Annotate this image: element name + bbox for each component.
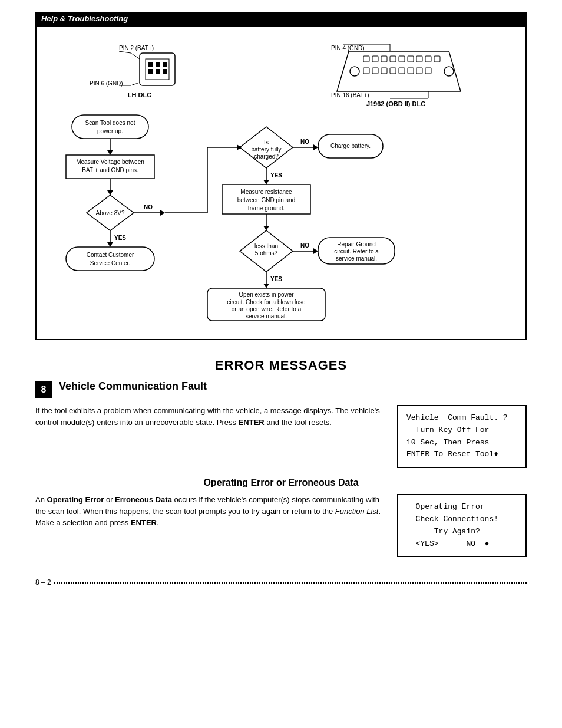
svg-marker-62 [313,248,318,254]
svg-marker-51 [237,144,242,150]
oe-body3: . [157,518,159,527]
svg-rect-2 [148,62,153,67]
j1962-dlc-label: J1962 (OBD II) DLC [366,100,425,107]
svg-rect-6 [156,69,160,74]
node-contact-customer-2: Service Center. [90,260,130,266]
label-no-right: NO [300,139,309,145]
label-yes-right: YES [270,172,282,179]
svg-rect-29 [416,68,422,74]
lh-dlc-label: LH DLC [128,91,151,98]
flowchart-svg: PIN 2 (BAT+) PIN 6 (GND) LH DLC PIN 4 (G… [48,38,531,327]
node-battery-q3: charged? [254,153,279,160]
section-number-badge: 8 [35,381,52,398]
svg-marker-56 [263,180,269,185]
oe-term2: Erroneous Data [115,495,172,504]
vehicle-comm-content: If the tool exhibits a problem when comm… [35,405,527,468]
operating-error-title: Operating Error or Erroneous Data [35,477,527,488]
node-measure-res-1: Measure resistance [240,189,292,195]
error-messages-title: ERROR MESSAGES [35,358,527,373]
node-5ohms-2: 5 ohms? [255,250,278,256]
page-footer: 8 – 2 [35,575,527,587]
svg-rect-27 [399,68,405,74]
svg-rect-30 [425,68,431,74]
svg-rect-35 [72,115,148,139]
svg-marker-45 [107,242,113,247]
node-repair-ground-3: service manual. [336,255,377,262]
vehicle-comm-screen: Vehicle Comm Fault. ? Turn Key Off For 1… [397,405,527,468]
node-measure-voltage-2: BAT + and GND pins. [82,167,138,173]
diagram-box: PIN 2 (BAT+) PIN 6 (GND) LH DLC PIN 4 (G… [35,25,527,340]
node-repair-ground-1: Repair Ground [337,241,376,248]
oe-italic1: Function List [335,507,379,516]
node-charge-battery: Charge battery. [330,143,371,149]
svg-rect-4 [163,62,167,67]
svg-rect-16 [381,56,387,62]
oe-term1: Operating Error [47,495,104,504]
svg-marker-37 [107,150,113,155]
svg-rect-5 [148,69,153,74]
pin6-label: PIN 6 (GND) [90,80,123,87]
operating-error-screen: Operating Error Check Connections! Try A… [397,494,527,557]
node-5ohms-1: less than [254,243,278,249]
svg-rect-20 [416,56,422,62]
node-measure-res-2: between GND pin and [237,197,295,203]
svg-line-9 [119,51,131,53]
svg-rect-19 [408,56,414,62]
node-open-exists-3: or an open wire. Refer to a [232,306,302,312]
node-open-exists-1: Open exists in power [239,291,294,298]
error-messages-section: ERROR MESSAGES 8 Vehicle Communication F… [35,358,527,557]
svg-marker-43 [160,210,165,216]
svg-rect-25 [381,68,387,74]
node-scan-tool: Scan Tool does not [85,120,135,126]
svg-line-10 [131,83,140,85]
svg-rect-24 [372,68,378,74]
svg-line-8 [131,53,140,59]
svg-point-13 [444,67,454,76]
node-measure-voltage: Measure Voltage between [76,159,144,165]
svg-marker-40 [107,190,113,195]
node-above8v: Above 8V? [96,210,125,216]
label-no-ohms: NO [300,242,309,249]
section-header-bar: Help & Troubleshooting [35,12,527,25]
label-yes-ohms: YES [270,276,282,282]
svg-rect-21 [425,56,431,62]
svg-marker-65 [263,284,269,288]
vehicle-comm-title: Vehicle Communication Fault [59,380,207,393]
node-repair-ground-2: circuit. Refer to a [334,248,379,255]
operating-error-text: An Operating Error or Erroneous Data occ… [35,494,385,529]
node-scan-tool-2: power up. [97,128,123,134]
svg-rect-15 [372,56,378,62]
page: Help & Troubleshooting PIN 2 (BAT+) PIN … [0,0,562,728]
node-battery-q2: battery fully [251,146,281,153]
svg-marker-59 [263,226,269,230]
svg-marker-53 [313,144,318,150]
svg-rect-18 [399,56,405,62]
node-contact-customer: Contact Customer [87,252,134,258]
operating-error-content: An Operating Error or Erroneous Data occ… [35,494,527,557]
svg-rect-22 [434,56,440,62]
vehicle-comm-enter: ENTER [239,418,265,427]
label-yes-left: YES [114,235,126,241]
pin2-label: PIN 2 (BAT+) [119,45,154,51]
svg-rect-17 [390,56,396,62]
footer-dots [54,582,527,584]
node-battery-q1: Is [264,139,269,146]
svg-rect-46 [66,247,154,271]
oe-intro: An [35,495,47,504]
svg-rect-26 [390,68,396,74]
label-no-left: NO [144,204,153,210]
svg-rect-23 [363,68,369,74]
svg-rect-7 [163,69,167,74]
pin16-label: PIN 16 (BAT+) [331,92,369,98]
vehicle-comm-body2: and the tool resets. [265,418,332,427]
node-open-exists-2: circuit. Check for a blown fuse [227,299,306,305]
svg-point-12 [350,67,359,76]
node-open-exists-4: service manual. [246,313,287,319]
node-measure-res-3: frame ground. [248,205,285,212]
page-number: 8 – 2 [35,578,51,587]
svg-rect-14 [363,56,369,62]
oe-enter: ENTER [131,518,157,527]
section-8-header: 8 Vehicle Communication Fault [35,380,527,398]
pin4-label: PIN 4 (GND) [331,45,365,51]
svg-rect-28 [408,68,414,74]
